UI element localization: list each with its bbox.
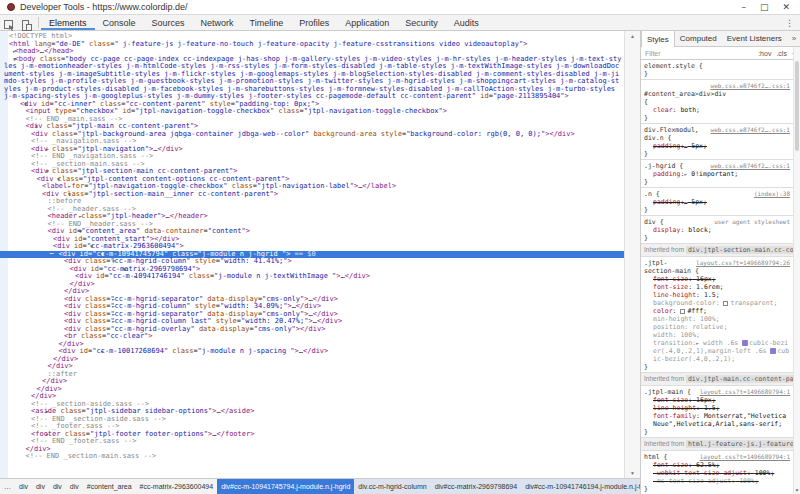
css-rule[interactable]: layout.css?t=1496689794:26.jtpl-section-…: [641, 257, 793, 373]
css-property[interactable]: padding:► 5px;: [644, 198, 790, 206]
breadcrumb-item[interactable]: div: [66, 479, 83, 494]
rule-selector[interactable]: .jtpl-section-main: [644, 259, 691, 275]
styles-scrollbar[interactable]: ▼: [793, 47, 800, 494]
breadcrumb-item[interactable]: div: [32, 479, 49, 494]
device-toolbar-icon[interactable]: [21, 17, 32, 28]
css-property[interactable]: -webkit-text-size-adjust: 100%;: [644, 469, 790, 477]
breadcrumb-item-selected[interactable]: div#cc-m-10941745794.j-module.n.j-hgrid: [217, 479, 354, 494]
css-rule[interactable]: layout.css?t=1496689794:1html {font-size…: [641, 451, 793, 494]
dom-tree-row[interactable]: ::after: [0, 371, 624, 379]
maximize-button[interactable]: □: [760, 2, 769, 12]
breadcrumb-item[interactable]: div: [49, 479, 66, 494]
css-property[interactable]: line-height: 1.5;: [644, 404, 790, 412]
dom-tree-row[interactable]: </div>: [0, 378, 624, 386]
css-property[interactable]: width: 100%;: [644, 331, 790, 339]
close-button[interactable]: ✕: [782, 2, 790, 12]
css-property[interactable]: line-height: 1.5;: [644, 291, 790, 299]
inherited-element-link[interactable]: div.jtpl-main.cc-content-parent: [686, 375, 793, 383]
cubic-bezier-icon[interactable]: [742, 340, 748, 346]
rule-selector[interactable]: element.style: [644, 62, 695, 70]
color-swatch[interactable]: [723, 301, 728, 306]
dom-tree-row[interactable]: </div>: [0, 363, 624, 371]
filter-option[interactable]: .cls: [776, 50, 787, 57]
tab-timeline[interactable]: Timeline: [242, 15, 292, 30]
rule-selector[interactable]: #content_area>div>div: [644, 90, 726, 98]
scroll-down-icon[interactable]: ▼: [794, 487, 800, 493]
stylesheet-link[interactable]: web.css.e8746f2….css:1: [711, 162, 790, 170]
elements-scrollbar[interactable]: ▲ ▼: [624, 31, 640, 478]
css-property[interactable]: font-size: 16px;: [644, 275, 790, 283]
rule-selector[interactable]: .n: [644, 190, 652, 198]
css-property[interactable]: display: block;: [644, 226, 790, 234]
css-property[interactable]: -ms-text-size-adjust: 100%;: [644, 477, 790, 485]
css-rule[interactable]: web.css.e8746f2….css:1.j-hgrid {padding:…: [641, 160, 793, 188]
filter-option[interactable]: :hov: [758, 50, 771, 57]
inherited-element-link[interactable]: html.j-feature-js.j-feature-no-…: [686, 440, 793, 448]
rule-selector[interactable]: .jtpl-main: [644, 388, 683, 396]
scroll-down-icon[interactable]: ▼: [625, 468, 640, 478]
dom-tree-row[interactable]: ▼<div class="jtpl-section-main__inner cc…: [0, 191, 624, 199]
breadcrumb-item[interactable]: …: [0, 479, 15, 494]
styles-tab-styles[interactable]: Styles: [641, 31, 675, 47]
inherited-element-link[interactable]: div.jtpl-section-main.cc-conten…: [686, 246, 793, 254]
css-rule[interactable]: layout.css?t=1496689794:1.jtpl-main {fon…: [641, 386, 793, 438]
breadcrumb-item[interactable]: div.cc-m-hgrid-column: [354, 479, 430, 494]
css-property[interactable]: padding:► 0!important;: [644, 170, 790, 178]
rule-selector[interactable]: div: [644, 218, 656, 226]
stylesheet-link[interactable]: layout.css?t=1496689794:1: [700, 453, 790, 461]
dom-tree-row[interactable]: <br class="cc-clear">: [0, 333, 624, 341]
css-property[interactable]: background-color: transparent;: [644, 299, 790, 307]
tab-audits[interactable]: Audits: [446, 15, 487, 30]
rule-selector[interactable]: html: [644, 453, 660, 461]
dom-tree-row[interactable]: ►<div id="cc-m-10017268694" class="j-mod…: [0, 348, 624, 356]
tabs-overflow-icon[interactable]: »: [789, 31, 799, 46]
css-property[interactable]: font-family: Montserrat,"Helvetica Neue"…: [644, 412, 790, 428]
css-rule[interactable]: element.style {}: [641, 60, 793, 80]
css-property[interactable]: font-size: 16px;: [644, 396, 790, 404]
breadcrumb-item[interactable]: #content_area: [83, 479, 136, 494]
cubic-bezier-icon[interactable]: [770, 348, 776, 354]
tab-application[interactable]: Application: [337, 15, 397, 30]
rule-selector[interactable]: .j-hgrid: [644, 162, 675, 170]
css-rule[interactable]: (index):38.n {padding:► 5px;}: [641, 188, 793, 216]
stylesheet-link[interactable]: layout.css?t=1496689794:1: [700, 388, 790, 396]
tab-profiles[interactable]: Profiles: [291, 15, 337, 30]
css-property[interactable]: font-size: 1.6rem;: [644, 283, 790, 291]
css-property[interactable]: min-height: 100%;: [644, 315, 790, 323]
tab-security[interactable]: Security: [397, 15, 446, 30]
tab-sources[interactable]: Sources: [144, 15, 193, 30]
stylesheet-link[interactable]: (index):38: [754, 190, 790, 198]
tab-elements[interactable]: Elements: [41, 15, 95, 30]
dom-tree-row[interactable]: </div>: [0, 356, 624, 364]
css-rule[interactable]: web.css.e8746f2….css:1div.Flexmodul, div…: [641, 124, 793, 160]
scrollbar-thumb[interactable]: [795, 61, 799, 151]
breadcrumb-item[interactable]: div: [15, 479, 32, 494]
stylesheet-link[interactable]: web.css.e8746f2….css:1: [711, 126, 790, 134]
breadcrumb-item[interactable]: #cc-matrix-2963600494: [136, 479, 218, 494]
dom-tree-row[interactable]: ▼<body class="body cc-page cc-page-index…: [0, 56, 624, 101]
dom-tree-row[interactable]: <html lang="de-DE" class=" j-feature-js …: [0, 41, 624, 49]
css-property[interactable]: position: relative;: [644, 323, 790, 331]
dom-tree-row[interactable]: <!-- END _section-main.sass -->: [0, 453, 624, 461]
styles-tab-event-listeners[interactable]: Event Listeners: [722, 31, 787, 46]
breadcrumb-item[interactable]: div#cc-matrix-2969798694: [431, 479, 522, 494]
stylesheet-link[interactable]: layout.css?t=1496689794:26: [696, 259, 790, 267]
css-property[interactable]: clear: both;: [644, 106, 790, 114]
minimize-button[interactable]: –: [741, 2, 746, 12]
css-property[interactable]: transition:► width .6s cubic-bezier(.4,0…: [644, 339, 790, 363]
css-property[interactable]: font-size: 62.5%;: [644, 461, 790, 469]
inspect-element-icon[interactable]: [4, 17, 15, 28]
styles-filter-input[interactable]: Filter: [645, 50, 758, 57]
css-rule[interactable]: web.css.e8746f2….css:1#content_area>div>…: [641, 80, 793, 124]
tab-network[interactable]: Network: [193, 15, 242, 30]
css-property[interactable]: padding:► 5px;: [644, 142, 790, 150]
scroll-up-icon[interactable]: ▲: [625, 31, 640, 41]
more-options-icon[interactable]: ⋮: [779, 15, 800, 30]
color-swatch[interactable]: [680, 309, 685, 314]
stylesheet-link[interactable]: user agent stylesheet: [714, 218, 790, 226]
dom-tree-row[interactable]: <!-- END _footer.sass -->: [0, 438, 624, 446]
stylesheet-link[interactable]: web.css.e8746f2….css:1: [711, 82, 790, 90]
styles-tab-computed[interactable]: Computed: [675, 31, 722, 46]
css-rule[interactable]: user agent stylesheetdiv {display: block…: [641, 216, 793, 244]
dom-tree-row[interactable]: </div>: [0, 386, 624, 394]
